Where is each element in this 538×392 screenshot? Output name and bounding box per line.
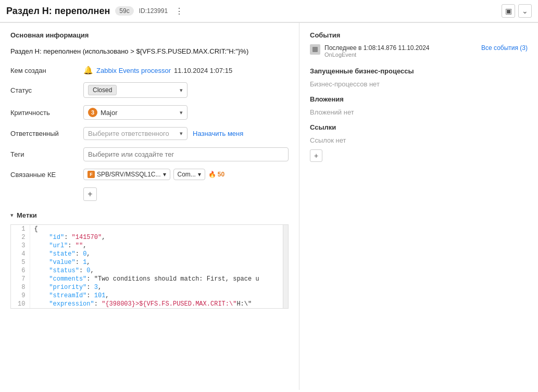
problem-description: Раздел Н: переполнен (использовано > ${V… xyxy=(10,45,289,57)
event-info: Последнее в 1:08:14.876 11.10.2024 OnLog… xyxy=(324,44,430,58)
no-links: Ссылок нет xyxy=(310,136,528,144)
top-bar: Раздел Н: переполнен 59с ID:123991 ⋮ ▣ ⌄ xyxy=(0,0,538,22)
responsible-row: Ответственный Выберите ответственного ▾ … xyxy=(10,127,289,140)
page-title: Раздел Н: переполнен xyxy=(6,6,110,17)
line-number: 9 xyxy=(11,292,30,300)
responsible-value: Выберите ответственного ▾ Назначить меня xyxy=(83,127,289,140)
attachments-title: Вложения xyxy=(310,95,528,103)
line-content: "expression": "{398003}>${VFS.FS.PUSED.M… xyxy=(30,300,288,308)
responsible-dropdown[interactable]: Выберите ответственного ▾ xyxy=(83,127,187,140)
line-number: 8 xyxy=(11,283,30,292)
event-dot-icon xyxy=(310,44,320,55)
event-sub: OnLogEvent xyxy=(324,52,430,58)
responsible-placeholder: Выберите ответственного xyxy=(88,130,169,137)
line-content: "id": "141570", xyxy=(30,233,288,242)
line-content: "streamId": 101, xyxy=(30,292,288,300)
line-number: 2 xyxy=(11,233,30,242)
responsible-label: Ответственный xyxy=(10,130,83,137)
ke-badge: 🔥 50 xyxy=(208,171,224,178)
code-line: 3 "url": "", xyxy=(11,242,288,250)
tags-section: ▾ Метки 1{2 "id": "141570",3 "url": "",4… xyxy=(10,211,289,309)
left-panel: Основная информация Раздел Н: переполнен… xyxy=(0,23,299,390)
ke-status-chevron-icon: ▾ xyxy=(198,171,201,178)
code-line: 1{ xyxy=(11,225,288,233)
status-chevron-icon: ▾ xyxy=(180,87,183,94)
code-line: 10 "expression": "{398003}>${VFS.FS.PUSE… xyxy=(11,300,288,308)
creator-link[interactable]: Zabbix Events processor xyxy=(96,67,171,74)
event-dot-inner xyxy=(312,47,318,52)
severity-number: 3 xyxy=(88,108,97,117)
status-row: Статус Closed ▾ xyxy=(10,82,289,98)
time-badge: 59с xyxy=(115,6,133,16)
code-line: 7 "comments": "Two conditions should mat… xyxy=(11,275,288,283)
line-number: 7 xyxy=(11,275,30,283)
line-content: "priority": 3, xyxy=(30,283,288,292)
creator-value: 🔔 Zabbix Events processor 11.10.2024 1:0… xyxy=(83,66,289,75)
line-number: 1 xyxy=(11,225,30,233)
line-number: 4 xyxy=(11,250,30,258)
line-content: { xyxy=(30,225,288,233)
severity-row: Критичность 3 Major ▾ xyxy=(10,105,289,120)
status-dropdown[interactable]: Closed ▾ xyxy=(83,82,187,98)
events-title: События xyxy=(310,31,528,39)
ke-status-item[interactable]: Com... ▾ xyxy=(173,169,205,180)
ke-name: SPB/SRV/MSSQL1C... xyxy=(97,171,161,178)
scroll-indicator xyxy=(283,225,288,308)
status-closed-badge: Closed xyxy=(88,85,117,95)
status-value: Closed ▾ xyxy=(83,82,289,98)
line-content: "state": 0, xyxy=(30,250,288,258)
tags-value xyxy=(83,147,289,161)
links-title: Ссылки xyxy=(310,123,528,131)
no-biz-processes: Бизнес-процессов нет xyxy=(310,80,528,88)
creator-date: 11.10.2024 1:07:15 xyxy=(174,67,232,74)
ke-name-chevron-icon: ▾ xyxy=(163,171,166,178)
basic-info-title: Основная информация xyxy=(10,31,289,39)
tags-input[interactable] xyxy=(83,147,289,161)
creator-label: Кем создан xyxy=(10,67,83,74)
line-content: "url": "", xyxy=(30,242,288,250)
tags-label: Теги xyxy=(10,150,83,158)
severity-badge: 3 Major xyxy=(88,108,118,117)
tags-row: Теги xyxy=(10,147,289,161)
severity-dropdown[interactable]: 3 Major ▾ xyxy=(83,105,187,120)
line-number: 3 xyxy=(11,242,30,250)
right-panel: События Последнее в 1:08:14.876 11.10.20… xyxy=(299,23,538,390)
main-content: Основная информация Раздел Н: переполнен… xyxy=(0,23,538,390)
line-content: "comments": "Two conditions should match… xyxy=(30,275,288,283)
severity-text: Major xyxy=(101,109,118,117)
chevron-icon[interactable]: ⌄ xyxy=(518,4,532,18)
add-ke-area: + xyxy=(83,187,289,201)
more-options-icon[interactable]: ⋮ xyxy=(175,6,183,16)
ke-fire-icon: 🔥 xyxy=(208,171,216,178)
severity-value: 3 Major ▾ xyxy=(83,105,289,120)
code-table: 1{2 "id": "141570",3 "url": "",4 "state"… xyxy=(11,225,288,308)
line-number: 5 xyxy=(11,258,30,267)
all-events-link[interactable]: Все события (3) xyxy=(481,44,528,52)
event-text: Последнее в 1:08:14.876 11.10.2024 xyxy=(324,44,430,52)
line-content: "status": 0, xyxy=(30,267,288,275)
code-line: 6 "status": 0, xyxy=(11,267,288,275)
severity-chevron-icon: ▾ xyxy=(180,109,183,116)
window-icon[interactable]: ▣ xyxy=(502,4,515,18)
assign-me-link[interactable]: Назначить меня xyxy=(193,130,243,137)
tags-section-header[interactable]: ▾ Метки xyxy=(10,211,289,219)
creator-row: Кем создан 🔔 Zabbix Events processor 11.… xyxy=(10,66,289,75)
code-line: 9 "streamId": 101, xyxy=(11,292,288,300)
add-ke-button[interactable]: + xyxy=(83,187,97,201)
code-line: 4 "state": 0, xyxy=(11,250,288,258)
responsible-chevron-icon: ▾ xyxy=(180,130,183,137)
bell-icon: 🔔 xyxy=(83,66,93,75)
window-actions: ▣ ⌄ xyxy=(502,4,532,18)
ke-status: Com... xyxy=(178,171,196,178)
ke-icon: F xyxy=(87,171,95,178)
code-line: 5 "value": 1, xyxy=(11,258,288,267)
code-line: 2 "id": "141570", xyxy=(11,233,288,242)
add-link-button[interactable]: + xyxy=(310,149,322,162)
ke-item[interactable]: F SPB/SRV/MSSQL1C... ▾ xyxy=(83,169,170,180)
id-badge: ID:123991 xyxy=(139,7,168,15)
tags-section-title: Метки xyxy=(17,211,37,219)
tags-chevron-icon: ▾ xyxy=(10,212,14,219)
severity-label: Критичность xyxy=(10,109,83,117)
no-attachments: Вложений нет xyxy=(310,108,528,116)
related-ke-value: F SPB/SRV/MSSQL1C... ▾ Com... ▾ 🔥 50 xyxy=(83,169,289,180)
